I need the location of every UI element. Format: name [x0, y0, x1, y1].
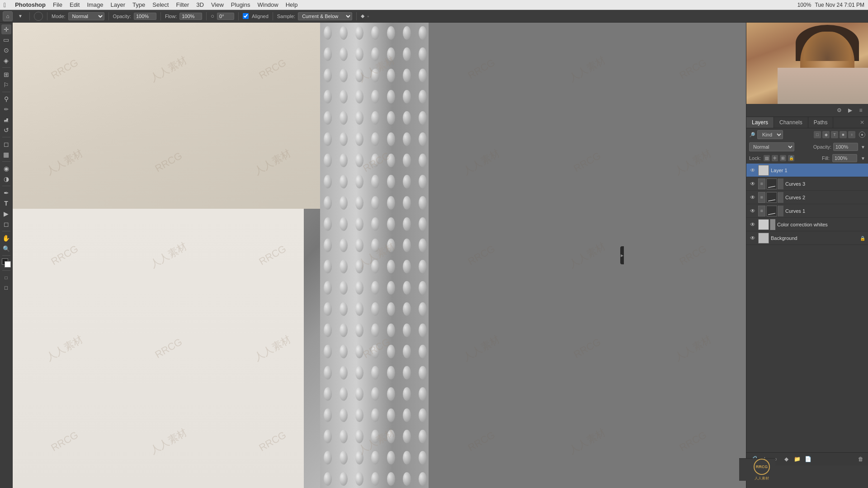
aligned-checkbox[interactable] [243, 13, 249, 19]
lock-artboard-icon[interactable]: ⊞ [780, 155, 786, 161]
tool-sep-2 [2, 92, 10, 92]
menu-view[interactable]: View [208, 1, 227, 8]
shape-tool[interactable]: ◻ [1, 219, 11, 229]
layer-thumb-curves1 [766, 206, 777, 216]
history-brush-tool[interactable]: ↺ [1, 125, 11, 135]
new-group-button[interactable]: 📁 [793, 455, 802, 464]
tab-channels[interactable]: Channels [774, 117, 808, 128]
menu-image[interactable]: Image [83, 1, 107, 8]
filter-shape-icon[interactable]: ■ [840, 131, 847, 138]
layer-name-layer1: Layer 1 [771, 168, 865, 173]
mode-select[interactable]: Normal [68, 12, 104, 20]
screen-mode-tool[interactable]: ☐ [1, 283, 11, 293]
menu-layer[interactable]: Layer [107, 1, 129, 8]
opacity-input[interactable] [134, 13, 156, 20]
aligned-checkbox-label[interactable]: Aligned [243, 13, 269, 19]
background-color[interactable] [5, 261, 11, 267]
flow-input[interactable] [179, 13, 202, 20]
pen-tool[interactable]: ✒ [1, 188, 11, 198]
layer-mask-curves1 [778, 206, 783, 216]
new-fill-adj-button[interactable]: ◆ [782, 455, 791, 464]
layer-row-curves1[interactable]: 👁 ⊞ Curves 1 [746, 204, 868, 218]
panel-collapse-handle[interactable]: ▶ [620, 246, 624, 264]
brush-size-control[interactable] [34, 12, 43, 21]
filter-text-icon[interactable]: T [831, 131, 838, 138]
airbrush-icon[interactable]: ○ [211, 13, 214, 19]
new-layer-button[interactable]: 📄 [803, 455, 812, 464]
filter-toggle-icon[interactable]: ● [859, 131, 865, 138]
fill-value-input[interactable] [832, 154, 857, 162]
blend-mode-select[interactable]: Normal [749, 142, 794, 151]
filter-smartobj-icon[interactable]: ♀ [848, 131, 855, 138]
color-swatches[interactable] [2, 258, 11, 267]
delete-layer-button[interactable]: 🗑 [856, 455, 865, 464]
tab-layers[interactable]: Layers [746, 117, 774, 128]
move-tool[interactable]: ✛ [1, 24, 11, 34]
spot-healing-tool[interactable]: ⚲ [1, 94, 11, 104]
blur-tool[interactable]: ◉ [1, 164, 11, 174]
tab-paths[interactable]: Paths [808, 117, 834, 128]
crop-tool[interactable]: ⊞ [1, 70, 11, 80]
zoom-tool[interactable]: 🔍 [1, 244, 11, 253]
layer-row-background[interactable]: 👁 Background 🔒 [746, 231, 868, 245]
dodge-tool[interactable]: ◑ [1, 174, 11, 184]
sample-select[interactable]: Current & Below [298, 12, 352, 20]
menubar-right: 100% Tue Nov 24 7:01 PM [797, 2, 864, 8]
lock-all-icon[interactable]: 🔒 [788, 155, 794, 161]
layer-visibility-background[interactable]: 👁 [749, 235, 756, 242]
separator-5 [206, 12, 207, 20]
gradient-tool[interactable]: ▦ [1, 150, 11, 160]
hand-tool[interactable]: ✋ [1, 233, 11, 243]
eyedropper-tool[interactable]: ⚐ [1, 80, 11, 90]
filter-pixel-icon[interactable]: □ [814, 131, 821, 138]
path-selection-tool[interactable]: ▶ [1, 209, 11, 219]
menu-edit[interactable]: Edit [66, 1, 83, 8]
text-tool[interactable]: T [1, 198, 11, 208]
layer-visibility-curves2[interactable]: 👁 [749, 194, 756, 201]
panel-extra-icon[interactable]: ≡ [856, 106, 865, 115]
tool-preset-picker[interactable]: ▼ [15, 11, 25, 21]
panel-settings-icon[interactable]: ⚙ [835, 106, 844, 115]
ignore-adjustment-icon[interactable]: ◆ [361, 13, 364, 19]
opacity-dropdown-icon[interactable]: ▼ [861, 145, 865, 150]
layer-visibility-color-correction[interactable]: 👁 [749, 221, 756, 228]
quick-select-tool[interactable]: ◈ [1, 56, 11, 66]
menu-help[interactable]: Help [282, 1, 302, 8]
panel-close-icon[interactable]: ✕ [856, 117, 868, 128]
clone-stamp-tool[interactable]: ⛸ [1, 115, 11, 125]
pressure-icon[interactable]: ◦ [367, 14, 369, 19]
menu-select[interactable]: Select [149, 1, 172, 8]
panel-play-icon[interactable]: ▶ [845, 106, 854, 115]
apple-menu[interactable]:  [4, 1, 6, 9]
layer-visibility-curves1[interactable]: 👁 [749, 207, 756, 215]
rectangular-marquee-tool[interactable]: ▭ [1, 35, 11, 45]
layer-row-layer1[interactable]: 👁 Layer 1 [746, 164, 868, 177]
menu-file[interactable]: File [49, 1, 66, 8]
filter-adjustment-icon[interactable]: ◆ [822, 131, 830, 138]
menu-photoshop[interactable]: Photoshop [11, 1, 49, 8]
menu-type[interactable]: Type [129, 1, 149, 8]
quick-mask-tool[interactable]: □ [1, 272, 11, 282]
filter-kind-select[interactable]: Kind [757, 130, 783, 139]
layer-visibility-layer1[interactable]: 👁 [749, 167, 756, 174]
brush-tool[interactable]: ✏ [1, 104, 11, 114]
layer-row-curves2[interactable]: 👁 ⊞ Curves 2 [746, 191, 868, 204]
layer-row-color-correction[interactable]: 👁 Color correction whites [746, 218, 868, 231]
lasso-tool[interactable]: ⊙ [1, 45, 11, 55]
fill-dropdown-icon[interactable]: ▼ [861, 156, 865, 161]
menu-filter[interactable]: Filter [172, 1, 193, 8]
home-button[interactable]: ⌂ [3, 11, 13, 21]
opacity-value-input[interactable] [833, 143, 858, 151]
layer-thumb-layer1 [758, 165, 769, 176]
angle-input[interactable] [217, 13, 234, 20]
menu-3d[interactable]: 3D [193, 1, 208, 8]
layer-row-curves3[interactable]: 👁 ⊞ Curves 3 [746, 177, 868, 191]
menu-plugins[interactable]: Plugins [227, 1, 254, 8]
separator-6 [238, 12, 239, 20]
lock-checkerboard-icon[interactable]: ▤ [764, 155, 770, 161]
eraser-tool[interactable]: ◻ [1, 139, 11, 149]
menu-window[interactable]: Window [254, 1, 282, 8]
layer-visibility-curves3[interactable]: 👁 [749, 180, 756, 188]
lock-move-icon[interactable]: ✛ [772, 155, 778, 161]
mode-label: Mode: [52, 14, 66, 19]
